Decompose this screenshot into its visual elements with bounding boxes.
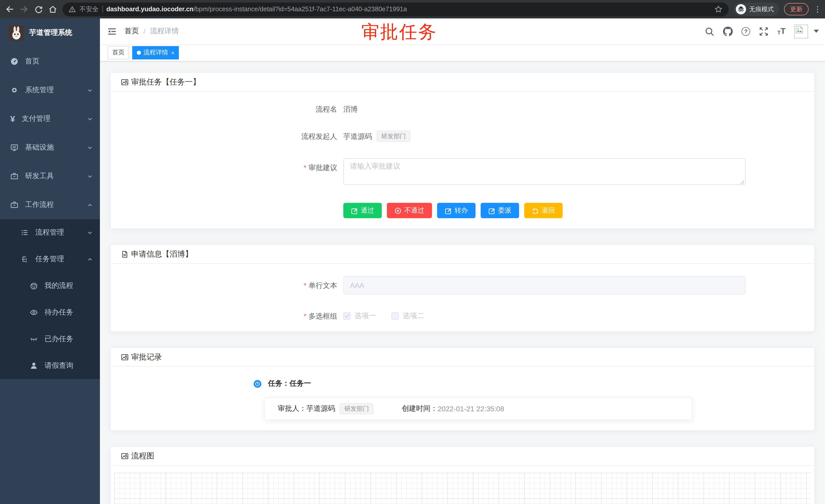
sidebar-item-devtools[interactable]: 研发工具 [0, 162, 100, 190]
transfer-button[interactable]: 转办 [437, 203, 475, 218]
sidebar-item-label: 已办任务 [45, 334, 93, 344]
card-title: 申请信息【滔博】 [131, 249, 193, 259]
incognito-badge: 无痕模式 [734, 3, 779, 16]
sidebar-item-label: 基础设施 [25, 143, 80, 152]
card-title: 审批记录 [131, 352, 162, 362]
created-label: 创建时间： [402, 404, 438, 413]
task-title: 任务：任务一 [268, 379, 311, 388]
sidebar-item-infra[interactable]: 基础设施 [0, 133, 100, 162]
card-title: 流程图 [131, 451, 154, 461]
card-header: 流程图 [111, 447, 814, 466]
list-icon [20, 229, 29, 237]
approve-button[interactable]: 通过 [343, 203, 382, 218]
tags-bar: 首页 流程详情 × [100, 44, 825, 62]
eye-closed-icon [30, 335, 38, 343]
sidebar-item-label: 首页 [25, 57, 93, 66]
sidebar-item-done-tasks[interactable]: 已办任务 [0, 326, 100, 352]
chrome-update-button[interactable]: 更新 [784, 3, 809, 15]
approver-name: 芋道源码 [306, 404, 335, 413]
card-header: 申请信息【滔博】 [111, 245, 814, 264]
picture-icon [121, 78, 129, 86]
toolbox-icon [10, 172, 18, 180]
reject-button[interactable]: 不通过 [387, 203, 432, 218]
process-name-row: 流程名 滔博 [121, 104, 804, 114]
sidebar-item-label: 支付管理 [22, 114, 80, 123]
clock-icon [254, 380, 261, 388]
back-icon[interactable] [5, 5, 14, 14]
picture-icon [121, 353, 129, 361]
card-header: 审批任务【任务一】 [111, 73, 814, 92]
avatar[interactable] [794, 24, 808, 38]
tag-home[interactable]: 首页 [107, 46, 129, 59]
avatar-caret-icon[interactable] [814, 30, 819, 33]
help-icon[interactable] [742, 27, 750, 35]
app-logo [9, 25, 24, 40]
font-size-icon[interactable]: TT [777, 27, 785, 35]
bookmark-star-icon[interactable] [714, 5, 723, 13]
navbar-actions: TT [704, 18, 819, 44]
sidebar-item-workflow[interactable]: 工作流程 [0, 190, 100, 219]
eye-icon [30, 308, 38, 317]
single-text-input [343, 276, 746, 295]
browser-menu-icon[interactable]: ⋮ [814, 5, 820, 14]
chevron-down-icon [87, 145, 93, 150]
github-icon[interactable] [723, 26, 733, 36]
breadcrumb-home[interactable]: 首页 [125, 27, 139, 36]
active-dot [137, 51, 141, 55]
circle-close-icon [394, 207, 401, 214]
sidebar-item-task-mgmt[interactable]: 任务管理 [0, 246, 100, 272]
breadcrumb-current: 流程详情 [150, 27, 179, 36]
chevron-down-icon [87, 173, 93, 179]
sidebar-item-process-mgmt[interactable]: 流程管理 [0, 219, 100, 246]
security-warning-icon[interactable] [69, 6, 76, 13]
breadcrumb-separator: / [144, 27, 146, 35]
hamburger-icon[interactable] [107, 26, 117, 36]
search-icon[interactable] [704, 26, 714, 36]
sidebar-item-my-process[interactable]: 我的流程 [0, 272, 100, 299]
chevron-down-icon [87, 230, 93, 235]
bpmn-canvas[interactable] [114, 473, 811, 504]
dept-tag: 研发部门 [340, 403, 374, 414]
sidebar-item-label: 任务管理 [35, 255, 80, 264]
url-divider [102, 6, 103, 13]
chevron-up-icon [87, 202, 93, 208]
delegate-button[interactable]: 委派 [481, 203, 519, 218]
approve-comment-row: 审批建议 [121, 158, 804, 186]
return-button[interactable]: 退回 [524, 203, 562, 218]
sidebar-item-label: 我的流程 [45, 281, 93, 290]
sidebar-item-pay[interactable]: ¥ 支付管理 [0, 104, 100, 133]
forward-icon[interactable] [19, 5, 29, 14]
field-label: 单行文本 [121, 280, 343, 290]
field-label: 流程发起人 [121, 131, 343, 141]
sidebar-item-home[interactable]: 首页 [0, 47, 100, 76]
url-text[interactable]: dashboard.yudao.iocoder.cn/bpm/process-i… [106, 6, 407, 13]
sidebar-item-todo-tasks[interactable]: 待办任务 [0, 299, 100, 326]
approve-comment-input[interactable] [343, 158, 746, 185]
dashboard-icon [10, 57, 18, 66]
flow-icon [20, 255, 29, 263]
checkbox-option-2: 选项二 [391, 312, 424, 321]
flow-diagram-card: 流程图 [110, 446, 815, 504]
fullscreen-icon[interactable] [759, 26, 769, 36]
single-text-row: 单行文本 [121, 276, 804, 295]
tag-close-icon[interactable]: × [171, 50, 174, 56]
tag-process-detail[interactable]: 流程详情 × [132, 46, 179, 59]
refresh-icon[interactable] [34, 5, 43, 14]
approve-record-card: 审批记录 任务：任务一 审批人： 芋道源码 研发部门 [110, 347, 815, 431]
red-annotation-text: 审批任务 [361, 18, 437, 45]
sidebar: 芋道管理系统 首页 系统管理 ¥ 支付管理 [0, 18, 100, 504]
breadcrumb: 首页 / 流程详情 [125, 27, 179, 36]
document-icon [121, 250, 129, 258]
security-label[interactable]: 不安全 [79, 5, 99, 14]
chevron-down-icon [87, 116, 93, 121]
sidebar-item-system[interactable]: 系统管理 [0, 76, 100, 104]
home-icon[interactable] [48, 5, 57, 14]
address-bar[interactable]: 不安全 dashboard.yudao.iocoder.cn/bpm/proce… [63, 2, 729, 16]
user-icon [30, 362, 38, 370]
sidebar-item-leave-query[interactable]: 请假查询 [0, 352, 100, 379]
field-label: 审批建议 [121, 158, 343, 173]
sidebar-item-label: 请假查询 [45, 361, 93, 370]
action-buttons: 通过 不通过 转办 委 [343, 203, 804, 218]
app-title: 芋道管理系统 [29, 28, 72, 37]
app-logo-row[interactable]: 芋道管理系统 [0, 18, 100, 47]
